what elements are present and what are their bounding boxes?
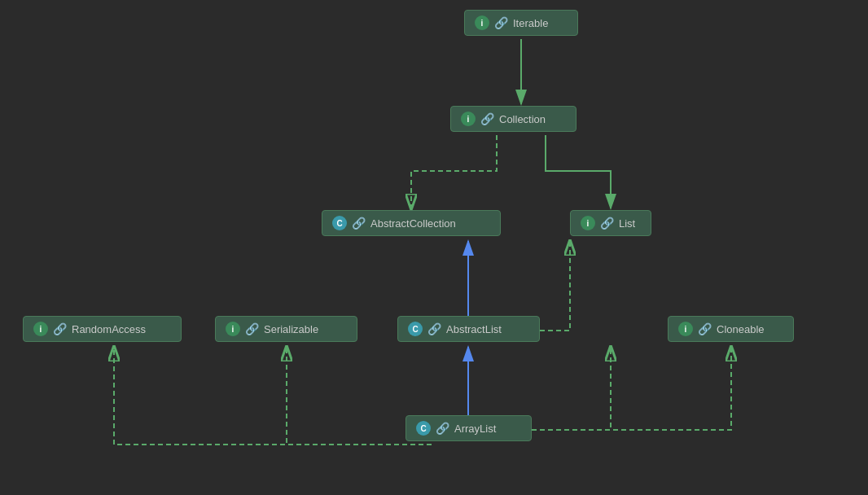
class-icon-cloneable: 🔗 xyxy=(698,322,712,335)
class-icon-arraylist: 🔗 xyxy=(436,422,449,435)
node-random-access[interactable]: i 🔗 RandomAccess xyxy=(23,316,182,342)
class-icon-abstractlist: 🔗 xyxy=(427,322,441,335)
node-serializable[interactable]: i 🔗 Serializable xyxy=(215,316,357,342)
label-abstractcollection: AbstractCollection xyxy=(370,217,456,230)
arrow-arraylist-randomaccess xyxy=(114,347,415,445)
label-iterable: Iterable xyxy=(513,17,548,29)
type-icon-list: i xyxy=(581,216,595,230)
node-arraylist[interactable]: C 🔗 ArrayList xyxy=(406,415,532,441)
label-abstractlist: AbstractList xyxy=(446,323,502,335)
type-icon-iterable: i xyxy=(475,15,489,30)
arrow-collection-abstractcollection xyxy=(411,135,497,208)
arrow-collection-list xyxy=(546,135,611,208)
class-icon-abstractcollection: 🔗 xyxy=(352,217,366,230)
type-icon-abstractlist: C xyxy=(408,322,423,336)
label-list: List xyxy=(619,217,635,230)
label-cloneable: Cloneable xyxy=(717,323,765,335)
arrow-abstractlist-list xyxy=(540,241,570,331)
label-arraylist: ArrayList xyxy=(454,423,496,435)
node-iterable[interactable]: i 🔗 Iterable xyxy=(464,10,578,36)
diagram-canvas: i 🔗 Iterable i 🔗 Collection C 🔗 Abstract… xyxy=(0,0,868,495)
arrow-arraylist-list2 xyxy=(532,347,611,430)
class-icon-collection: 🔗 xyxy=(480,112,494,125)
class-icon-randomaccess: 🔗 xyxy=(53,322,67,335)
node-collection[interactable]: i 🔗 Collection xyxy=(450,106,576,132)
class-icon-serializable: 🔗 xyxy=(245,322,259,335)
node-abstract-list[interactable]: C 🔗 AbstractList xyxy=(397,316,540,342)
type-icon-abstractcollection: C xyxy=(332,216,347,230)
type-icon-arraylist: C xyxy=(416,421,431,436)
label-serializable: Serializable xyxy=(264,323,318,335)
label-collection: Collection xyxy=(499,113,546,125)
class-icon-list: 🔗 xyxy=(600,217,614,230)
label-randomaccess: RandomAccess xyxy=(72,323,146,335)
type-icon-serializable: i xyxy=(226,322,240,336)
type-icon-collection: i xyxy=(461,112,476,126)
class-icon-iterable: 🔗 xyxy=(494,16,508,29)
node-list[interactable]: i 🔗 List xyxy=(570,210,651,236)
type-icon-randomaccess: i xyxy=(33,322,48,336)
node-abstract-collection[interactable]: C 🔗 AbstractCollection xyxy=(322,210,501,236)
arrow-arraylist-cloneable xyxy=(532,347,731,430)
node-cloneable[interactable]: i 🔗 Cloneable xyxy=(668,316,794,342)
type-icon-cloneable: i xyxy=(678,322,693,336)
